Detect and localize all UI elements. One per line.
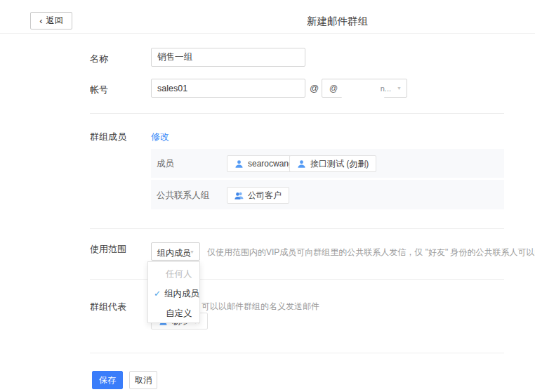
header-divider xyxy=(0,33,535,34)
back-button[interactable]: ‹ 返回 xyxy=(30,12,72,30)
member-tag-label: searocwang xyxy=(248,159,293,169)
section-divider xyxy=(90,113,504,114)
cancel-button[interactable]: 取消 xyxy=(129,371,157,389)
domain-prefix: @ xyxy=(329,84,338,93)
redaction-blur xyxy=(341,81,385,104)
check-icon: ✓ xyxy=(154,284,161,303)
create-mail-group-page: ‹ 返回 新建邮件群组 名称 帐号 @ @ n... ▼ 群组成员 修改 成员 … xyxy=(0,0,535,392)
scope-selected-value: 组内成员 xyxy=(157,247,191,259)
scope-dropdown-menu: 任何人 ✓ 组内成员 自定义 xyxy=(147,261,200,323)
chevron-down-icon: ▼ xyxy=(397,86,402,91)
scope-hint: 仅使用范围内的VIP成员可向群组里的公共联系人发信，仅 "好友" 身份的公共联系… xyxy=(207,247,535,259)
account-label: 帐号 xyxy=(90,84,108,96)
page-title: 新建邮件群组 xyxy=(307,15,368,28)
members-row: 成员 searocwang 接口测试 (勿删) xyxy=(151,149,504,178)
chevron-down-icon: ▼ xyxy=(190,249,194,254)
scope-option-anyone[interactable]: 任何人 xyxy=(148,264,199,284)
contact-group-row-label: 公共联系人组 xyxy=(157,190,209,202)
name-input[interactable] xyxy=(151,48,305,67)
modify-members-link[interactable]: 修改 xyxy=(151,131,169,143)
person-icon xyxy=(235,159,244,169)
section-divider xyxy=(90,228,504,229)
contact-group-tag-label: 公司客户 xyxy=(248,190,282,202)
representative-label: 群组代表 xyxy=(90,301,126,313)
scope-select[interactable]: 组内成员 ▼ xyxy=(151,242,200,261)
at-symbol: @ xyxy=(310,83,319,93)
contact-group-row: 公共联系人组 公司客户 xyxy=(151,180,504,209)
save-button[interactable]: 保存 xyxy=(92,371,123,389)
scope-option-custom[interactable]: 自定义 xyxy=(148,303,199,323)
back-button-label: 返回 xyxy=(46,15,63,27)
domain-suffix: n... xyxy=(381,84,391,93)
name-label: 名称 xyxy=(90,53,108,65)
member-tag: 接口测试 (勿删) xyxy=(289,155,376,172)
contact-group-tag: 公司客户 xyxy=(227,187,289,204)
domain-select[interactable]: @ n... ▼ xyxy=(322,79,407,98)
scope-option-label: 组内成员 xyxy=(164,289,199,299)
members-row-label: 成员 xyxy=(157,158,174,170)
group-icon xyxy=(235,191,244,200)
scope-label: 使用范围 xyxy=(90,243,126,256)
back-chevron-icon: ‹ xyxy=(39,16,42,25)
members-label: 群组成员 xyxy=(90,131,126,143)
representative-hint: 可以以邮件群组的名义发送邮件 xyxy=(202,301,319,313)
account-input[interactable] xyxy=(151,79,305,98)
person-icon xyxy=(297,159,306,169)
section-divider xyxy=(90,353,504,353)
member-tag-label: 接口测试 (勿删) xyxy=(310,158,369,170)
scope-option-group-members[interactable]: ✓ 组内成员 xyxy=(148,284,199,303)
